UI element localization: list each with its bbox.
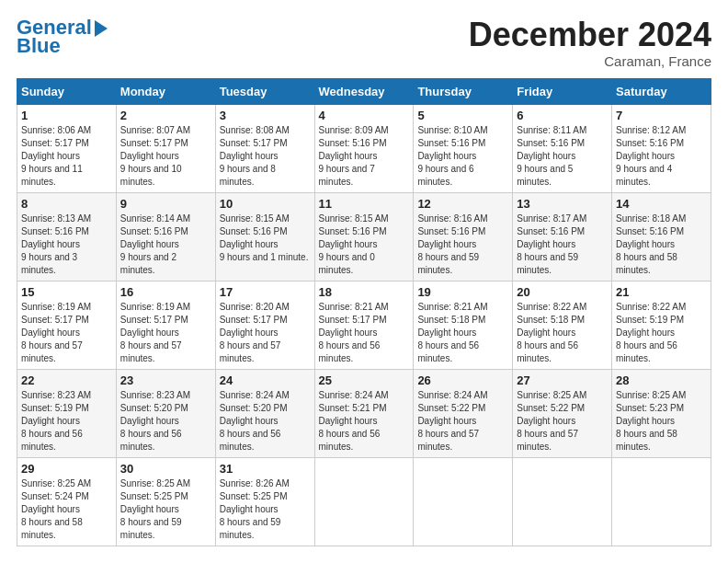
title-block: December 2024 Caraman, France <box>469 17 711 69</box>
month-title: December 2024 <box>469 17 711 53</box>
table-row: 21 Sunrise: 8:22 AM Sunset: 5:19 PM Dayl… <box>612 281 711 369</box>
logo-blue-text: Blue <box>17 35 61 57</box>
calendar-table: Sunday Monday Tuesday Wednesday Thursday… <box>17 78 711 546</box>
table-row: 2 Sunrise: 8:07 AM Sunset: 5:17 PM Dayli… <box>116 104 215 192</box>
col-monday: Monday <box>116 78 215 104</box>
calendar-header-row: Sunday Monday Tuesday Wednesday Thursday… <box>17 78 711 104</box>
location: Caraman, France <box>469 53 711 69</box>
table-row: 8 Sunrise: 8:13 AM Sunset: 5:16 PM Dayli… <box>17 192 117 281</box>
col-friday: Friday <box>513 78 612 104</box>
table-row: 24 Sunrise: 8:24 AM Sunset: 5:20 PM Dayl… <box>215 369 314 457</box>
logo: General Blue <box>17 17 108 57</box>
table-row: 4 Sunrise: 8:09 AM Sunset: 5:16 PM Dayli… <box>314 104 414 192</box>
header: General Blue December 2024 Caraman, Fran… <box>17 17 711 69</box>
col-saturday: Saturday <box>612 78 711 104</box>
table-row: 28 Sunrise: 8:25 AM Sunset: 5:23 PM Dayl… <box>612 369 711 457</box>
calendar-week-row: 8 Sunrise: 8:13 AM Sunset: 5:16 PM Dayli… <box>17 192 711 281</box>
col-thursday: Thursday <box>414 78 513 104</box>
page: General Blue December 2024 Caraman, Fran… <box>0 0 728 556</box>
table-row: 23 Sunrise: 8:23 AM Sunset: 5:20 PM Dayl… <box>116 369 215 457</box>
empty-cell <box>513 457 612 546</box>
table-row: 30 Sunrise: 8:25 AM Sunset: 5:25 PM Dayl… <box>116 457 215 546</box>
table-row: 29 Sunrise: 8:25 AM Sunset: 5:24 PM Dayl… <box>17 457 117 546</box>
table-row: 31 Sunrise: 8:26 AM Sunset: 5:25 PM Dayl… <box>215 457 314 546</box>
logo-arrow-icon <box>95 20 108 37</box>
table-row: 20 Sunrise: 8:22 AM Sunset: 5:18 PM Dayl… <box>513 281 612 369</box>
table-row: 19 Sunrise: 8:21 AM Sunset: 5:18 PM Dayl… <box>414 281 513 369</box>
table-row: 13 Sunrise: 8:17 AM Sunset: 5:16 PM Dayl… <box>513 192 612 281</box>
col-sunday: Sunday <box>17 78 117 104</box>
empty-cell <box>314 457 414 546</box>
table-row: 3 Sunrise: 8:08 AM Sunset: 5:17 PM Dayli… <box>215 104 314 192</box>
table-row: 25 Sunrise: 8:24 AM Sunset: 5:21 PM Dayl… <box>314 369 414 457</box>
table-row: 12 Sunrise: 8:16 AM Sunset: 5:16 PM Dayl… <box>414 192 513 281</box>
table-row: 1 Sunrise: 8:06 AM Sunset: 5:17 PM Dayli… <box>17 104 117 192</box>
table-row: 7 Sunrise: 8:12 AM Sunset: 5:16 PM Dayli… <box>612 104 711 192</box>
calendar-week-row: 1 Sunrise: 8:06 AM Sunset: 5:17 PM Dayli… <box>17 104 711 192</box>
table-row: 18 Sunrise: 8:21 AM Sunset: 5:17 PM Dayl… <box>314 281 414 369</box>
calendar-week-row: 29 Sunrise: 8:25 AM Sunset: 5:24 PM Dayl… <box>17 457 711 546</box>
table-row: 22 Sunrise: 8:23 AM Sunset: 5:19 PM Dayl… <box>17 369 117 457</box>
empty-cell <box>612 457 711 546</box>
table-row: 10 Sunrise: 8:15 AM Sunset: 5:16 PM Dayl… <box>215 192 314 281</box>
table-row: 5 Sunrise: 8:10 AM Sunset: 5:16 PM Dayli… <box>414 104 513 192</box>
table-row: 15 Sunrise: 8:19 AM Sunset: 5:17 PM Dayl… <box>17 281 117 369</box>
table-row: 16 Sunrise: 8:19 AM Sunset: 5:17 PM Dayl… <box>116 281 215 369</box>
table-row: 26 Sunrise: 8:24 AM Sunset: 5:22 PM Dayl… <box>414 369 513 457</box>
table-row: 27 Sunrise: 8:25 AM Sunset: 5:22 PM Dayl… <box>513 369 612 457</box>
calendar-week-row: 15 Sunrise: 8:19 AM Sunset: 5:17 PM Dayl… <box>17 281 711 369</box>
empty-cell <box>414 457 513 546</box>
table-row: 14 Sunrise: 8:18 AM Sunset: 5:16 PM Dayl… <box>612 192 711 281</box>
col-tuesday: Tuesday <box>215 78 314 104</box>
col-wednesday: Wednesday <box>314 78 414 104</box>
table-row: 9 Sunrise: 8:14 AM Sunset: 5:16 PM Dayli… <box>116 192 215 281</box>
table-row: 11 Sunrise: 8:15 AM Sunset: 5:16 PM Dayl… <box>314 192 414 281</box>
table-row: 6 Sunrise: 8:11 AM Sunset: 5:16 PM Dayli… <box>513 104 612 192</box>
calendar-week-row: 22 Sunrise: 8:23 AM Sunset: 5:19 PM Dayl… <box>17 369 711 457</box>
table-row: 17 Sunrise: 8:20 AM Sunset: 5:17 PM Dayl… <box>215 281 314 369</box>
